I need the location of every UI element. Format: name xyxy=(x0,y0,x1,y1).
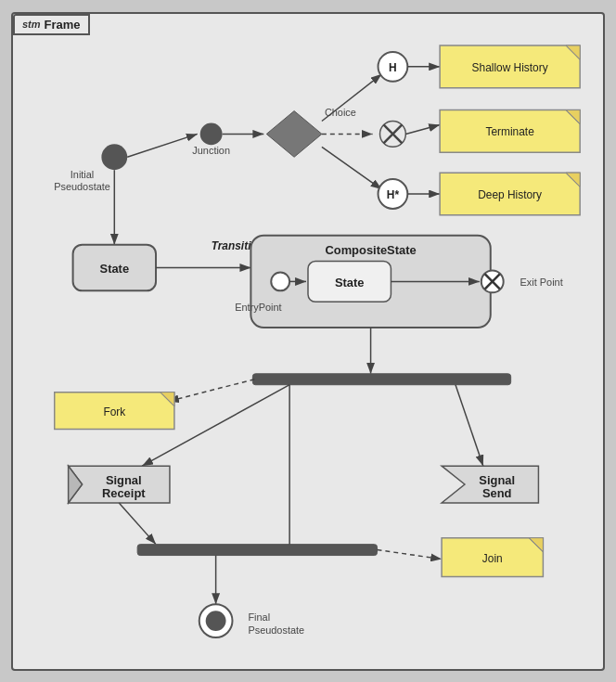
signal-receipt-label1: Signal xyxy=(106,473,142,487)
signal-send-label1: Signal xyxy=(479,473,515,487)
terminate-to-note-arrow xyxy=(405,124,440,134)
signal-send-label2: Send xyxy=(482,485,512,499)
deep-history-note-label: Deep History xyxy=(478,187,542,200)
final-pseudostate-label2: Pseudostate xyxy=(248,624,304,636)
final-inner-circle xyxy=(206,611,226,631)
state-label: State xyxy=(100,262,130,276)
exit-point-label: Exit Point xyxy=(520,277,563,288)
initial-pseudostate-outer xyxy=(101,144,127,170)
junction-label: Junction xyxy=(192,145,230,156)
entry-point-circle xyxy=(271,272,289,290)
shallow-history-note-label: Shallow History xyxy=(472,60,548,73)
choice-diamond xyxy=(266,110,322,157)
fork-bar xyxy=(252,373,510,384)
join-note-label: Join xyxy=(482,551,503,564)
join-to-note-dashed xyxy=(378,549,443,559)
shallow-history-h: H xyxy=(389,60,397,73)
initial-pseudostate-label1: Initial xyxy=(71,169,95,180)
terminate-note-label: Terminate xyxy=(485,125,534,138)
final-pseudostate-label1: Final xyxy=(248,611,270,623)
fork-to-signal-send-arrow xyxy=(456,384,483,465)
diagram-frame: stm Frame Initial Pseudostate Junction C… xyxy=(11,12,605,671)
initial-pseudostate-label2: Pseudostate xyxy=(54,181,110,192)
choice-to-deep-arrow xyxy=(322,147,382,189)
deep-history-h: H* xyxy=(387,187,400,200)
initial-to-junction-arrow xyxy=(127,134,198,157)
fork-note-label: Fork xyxy=(103,405,125,418)
join-bar xyxy=(137,544,377,555)
signal-receipt-label2: Receipt xyxy=(102,485,146,499)
entry-point-label: EntryPoint xyxy=(235,302,281,313)
junction-circle xyxy=(200,122,223,145)
signal-receipt-to-join-arrow xyxy=(119,502,156,544)
composite-state-label: CompositeState xyxy=(325,242,416,256)
inner-state-label: State xyxy=(335,276,365,290)
fork-to-note-dashed xyxy=(168,379,254,401)
